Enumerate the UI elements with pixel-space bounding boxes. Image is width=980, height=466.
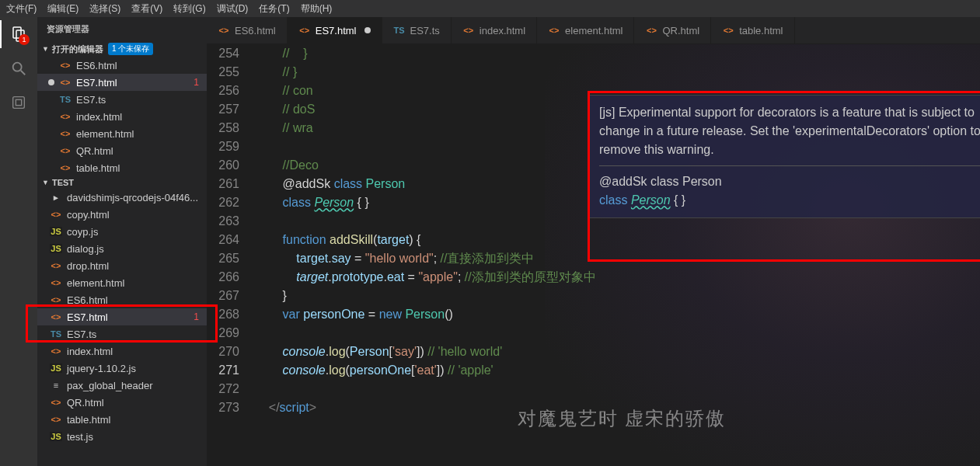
folder-header[interactable]: ▼ TEST [37,176,207,189]
tree-item[interactable]: <>drop.html [37,257,207,274]
tree-item[interactable]: ▸davidshimjs-qrcodejs-04f46... [37,189,207,206]
editor-tab[interactable]: TSES7.ts [382,17,452,43]
tree-item[interactable]: <>element.html [37,274,207,291]
file-icon: TS [393,26,406,35]
file-label: table.html [67,414,110,426]
tree-item[interactable]: JStest.js [37,428,207,445]
file-label: dialog.js [67,243,104,255]
hover-message: [js] Experimental support for decorators… [599,103,980,159]
file-icon: <> [50,261,62,270]
file-icon: <> [50,415,62,424]
code-line[interactable]: } [255,287,980,305]
file-icon: <> [50,398,62,407]
tree-item[interactable]: JSdialog.js [37,240,207,257]
file-icon: <> [59,112,71,121]
file-label: element.html [76,128,134,140]
open-editor-item[interactable]: <>table.html [37,159,207,176]
line-number: 259 [207,137,239,156]
sidebar: 资源管理器 ▼ 打开的编辑器 1 个未保存 <>ES6.html<>ES7.ht… [37,17,207,466]
line-number: 272 [207,380,239,398]
code-line[interactable] [255,380,980,398]
scm-icon[interactable] [9,93,28,112]
open-editor-item[interactable]: <>index.html [37,108,207,125]
svg-rect-4 [13,97,25,109]
line-number: 273 [207,398,239,417]
open-editor-item[interactable]: <>ES6.html [37,57,207,74]
code-line[interactable]: target.prototype.eat = "apple"; //添加到类的原… [255,268,980,287]
open-editors-header[interactable]: ▼ 打开的编辑器 1 个未保存 [37,41,207,57]
file-label: ES6.html [67,294,108,306]
tree-item[interactable]: <>copy.html [37,206,207,223]
file-icon: <> [722,26,734,35]
menu-item[interactable]: 文件(F) [6,2,37,16]
open-editor-item[interactable]: TSES7.ts [37,91,207,108]
editor-tab[interactable]: <>element.html [537,17,634,43]
open-editor-item[interactable]: <>element.html [37,125,207,142]
editor-tabs: <>ES6.html<>ES7.htmlTSES7.ts<>index.html… [207,17,980,44]
file-label: index.html [67,346,113,357]
menu-item[interactable]: 调试(D) [217,2,249,16]
editor-tab[interactable]: <>ES6.html [207,17,288,43]
line-number: 260 [207,156,239,175]
tree-item[interactable]: <>ES6.html [37,291,207,308]
editor-tab[interactable]: <>ES7.html [288,17,382,43]
file-icon: <> [59,61,71,70]
open-editor-item[interactable]: <>ES7.html1 [37,74,207,91]
tree-item[interactable]: <>ES7.html1 [37,308,207,325]
svg-rect-5 [16,99,21,105]
code-line[interactable]: function addSkill(target) { [255,231,980,249]
file-label: ES7.html [76,77,117,89]
tab-label: index.html [480,25,525,37]
tree-item[interactable]: <>QR.html [37,394,207,411]
chevron-down-icon: ▼ [42,179,49,186]
code-line[interactable]: var personOne = new Person() [255,305,980,324]
code-line[interactable]: console.log(Person['say']) // 'hello wor… [255,343,980,361]
tree-item[interactable]: ≡pax_global_header [37,377,207,394]
file-icon: <> [50,210,62,219]
editor-tab[interactable]: <>table.html [711,17,794,43]
menu-item[interactable]: 编辑(E) [47,2,78,16]
file-icon: <> [59,163,71,172]
file-label: ES7.ts [76,94,106,106]
file-label: jquery-1.10.2.js [67,363,136,374]
code-line[interactable]: // } [255,44,980,63]
file-icon: JS [50,227,62,236]
file-label: ES6.html [76,60,117,71]
file-label: copy.html [67,209,110,221]
line-number: 268 [207,305,239,324]
editor-tab[interactable]: <>QR.html [634,17,711,43]
file-icon: <> [59,129,71,138]
code-line[interactable]: console.log(personOne['eat']) // 'apple' [255,361,980,380]
explorer-icon[interactable]: 1 [9,25,28,43]
tab-label: table.html [739,25,783,37]
search-icon[interactable] [9,59,28,78]
file-icon: <> [298,26,311,35]
tree-item[interactable]: JScoyp.js [37,223,207,240]
file-icon: <> [50,312,62,322]
menu-item[interactable]: 转到(G) [173,2,205,16]
tree-item[interactable]: TSES7.ts [37,325,207,343]
line-number: 264 [207,231,239,249]
file-icon: JS [50,432,62,441]
problem-count: 1 [194,77,199,88]
menu-item[interactable]: 帮助(H) [301,2,333,16]
tree-item[interactable]: <>table.html [37,411,207,428]
editor-tab[interactable]: <>index.html [452,17,537,43]
sidebar-title: 资源管理器 [37,17,207,41]
menu-item[interactable]: 选择(S) [89,2,120,16]
code-line[interactable] [255,324,980,343]
line-number: 271 [207,361,239,380]
open-editor-item[interactable]: <>QR.html [37,142,207,159]
tab-label: ES6.html [235,25,276,37]
line-number: 257 [207,100,239,119]
code-line[interactable]: target.say = "hello world"; //直接添加到类中 [255,249,980,268]
menu-item[interactable]: 任务(T) [259,2,289,16]
code-line[interactable]: // } [255,63,980,82]
menubar[interactable]: 文件(F)编辑(E)选择(S)查看(V)转到(G)调试(D)任务(T)帮助(H) [0,0,980,17]
folder-tree: ▸davidshimjs-qrcodejs-04f46...<>copy.htm… [37,189,207,466]
chevron-down-icon: ▼ [42,45,49,53]
menu-item[interactable]: 查看(V) [131,2,162,16]
hover-signature-1: @addSk class Person [599,172,980,191]
tree-item[interactable]: JSjquery-1.10.2.js [37,360,207,377]
tree-item[interactable]: <>index.html [37,343,207,360]
